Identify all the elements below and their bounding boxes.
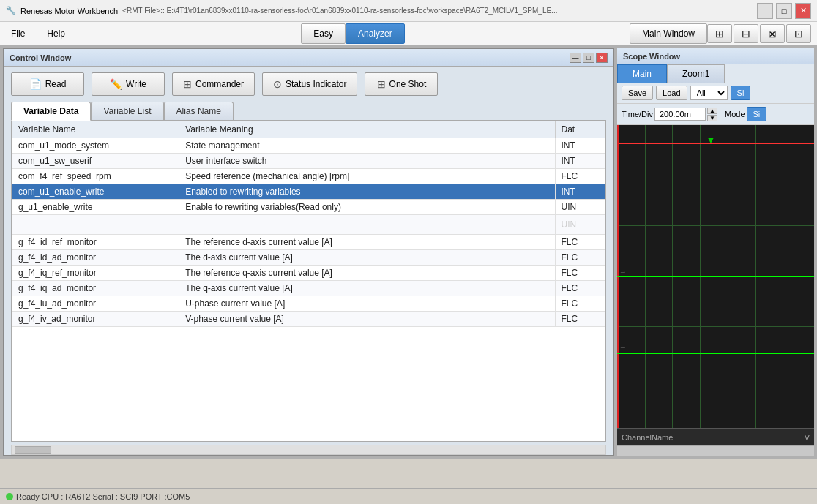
cell-varmeaning: The reference d-axis current value [A]	[179, 235, 555, 250]
col-header-varmeaning: Variable Meaning	[179, 121, 555, 138]
cell-dat: INT	[555, 154, 605, 169]
one-shot-icon: ⊞	[377, 78, 386, 90]
wc-maximize[interactable]: □	[583, 53, 594, 63]
scope-toolbar: Save Load All Ch1 Ch2 Ch3 Ch4 Si	[617, 83, 814, 104]
status-indicator-light	[6, 493, 13, 500]
signal-line-2	[617, 353, 814, 354]
grid-h-1	[617, 176, 814, 176]
cell-dat: INT	[555, 138, 605, 154]
scope-filter-select[interactable]: All Ch1 Ch2 Ch3 Ch4	[690, 86, 728, 100]
wc-minimize[interactable]: —	[570, 53, 581, 63]
read-button[interactable]: 📄 Read	[11, 72, 84, 96]
layout-btn-2[interactable]: ⊟	[734, 24, 758, 43]
cell-varmeaning: The q-axis current value [A]	[179, 281, 555, 296]
left-marker-1: →	[619, 268, 627, 276]
cell-varmeaning: State management	[179, 138, 555, 154]
cell-varname: g_f4_id_ref_monitor	[12, 235, 179, 250]
table-row[interactable]: com_u1_sw_userifUser interface switchINT	[12, 154, 605, 169]
scope-signal-button[interactable]: Si	[731, 86, 751, 100]
cell-varname: g_f4_iq_ad_monitor	[12, 281, 179, 296]
grid-h-5	[617, 377, 814, 377]
cell-dat: FLC	[555, 235, 605, 250]
app-icon: 🔧	[6, 6, 16, 15]
tab-bar: Variable Data Variable List Alias Name	[4, 102, 613, 120]
write-button[interactable]: ✏️ Write	[92, 72, 165, 96]
write-label: Write	[126, 79, 146, 89]
control-window-titlebar: Control Window — □ ✕	[4, 49, 613, 67]
cell-dat: FLC	[555, 312, 605, 327]
read-label: Read	[45, 79, 67, 89]
commander-button[interactable]: ⊞ Commander	[172, 72, 255, 96]
minimize-button[interactable]: —	[757, 3, 773, 19]
cell-dat: FLC	[555, 250, 605, 266]
table-row[interactable]: g_u1_enable_writeEnable to rewriting var…	[12, 200, 605, 215]
scope-tabs: Main Zoom1	[617, 64, 814, 83]
layout-btn-1[interactable]: ⊞	[707, 24, 732, 43]
status-indicator-button[interactable]: ⊙ Status Indicator	[262, 72, 357, 96]
table-row[interactable]: UIN	[12, 215, 605, 235]
titlebar-controls: — □ ✕	[757, 3, 811, 19]
scope-save-button[interactable]: Save	[622, 86, 653, 100]
wc-close[interactable]: ✕	[596, 53, 608, 63]
maximize-button[interactable]: □	[776, 3, 792, 19]
menu-help[interactable]: Help	[36, 22, 76, 45]
status-bar: Ready CPU : RA6T2 Serial : SCI9 PORT :CO…	[0, 488, 817, 504]
cell-varname	[12, 215, 179, 235]
left-marker-2: →	[619, 343, 627, 351]
data-table: Variable Name Variable Meaning Dat com_u…	[12, 121, 605, 327]
cell-dat: UIN	[555, 200, 605, 215]
cell-varname: com_f4_ref_speed_rpm	[12, 169, 179, 184]
tab-variable-data[interactable]: Variable Data	[11, 102, 91, 121]
tab-alias-name[interactable]: Alias Name	[164, 102, 234, 120]
commander-label: Commander	[195, 79, 244, 89]
cell-varmeaning: V-phase current value [A]	[179, 312, 555, 327]
scope-horizontal-scrollbar[interactable]	[617, 445, 814, 456]
timediv-down[interactable]: ▼	[707, 115, 717, 121]
cell-varmeaning: Enabled to rewriting variables	[179, 184, 555, 200]
write-icon: ✏️	[110, 78, 122, 90]
close-button[interactable]: ✕	[795, 3, 811, 19]
layout-btn-4[interactable]: ⊡	[786, 24, 811, 43]
scope-tab-main[interactable]: Main	[617, 64, 667, 83]
table-row[interactable]: g_f4_iv_ad_monitorV-phase current value …	[12, 312, 605, 327]
cell-dat: FLC	[555, 169, 605, 184]
cell-varmeaning: U-phase current value [A]	[179, 296, 555, 312]
channel-name-label: ChannelName	[622, 433, 673, 442]
horizontal-scrollbar[interactable]	[11, 445, 606, 455]
control-buttons-row: 📄 Read ✏️ Write ⊞ Commander ⊙ Status Ind…	[4, 67, 613, 102]
easy-button[interactable]: Easy	[301, 23, 346, 44]
cell-dat: FLC	[555, 281, 605, 296]
col-header-dat: Dat	[555, 121, 605, 138]
table-row[interactable]: g_f4_id_ref_monitorThe reference d-axis …	[12, 235, 605, 250]
timediv-up[interactable]: ▲	[707, 108, 717, 114]
layout-btn-3[interactable]: ⊠	[760, 24, 785, 43]
one-shot-button[interactable]: ⊞ One Shot	[365, 72, 438, 96]
scrollbar-thumb[interactable]	[15, 446, 51, 454]
scope-tab-zoom1[interactable]: Zoom1	[667, 64, 725, 83]
cell-varname: g_f4_id_ad_monitor	[12, 250, 179, 266]
table-row[interactable]: g_f4_id_ad_monitorThe d-axis current val…	[12, 250, 605, 266]
scope-load-button[interactable]: Load	[656, 86, 687, 100]
mode-value-button[interactable]: Si	[747, 107, 767, 121]
tab-variable-list[interactable]: Variable List	[91, 102, 163, 120]
table-row[interactable]: com_u1_enable_writeEnabled to rewriting …	[12, 184, 605, 200]
window-controls: — □ ✕	[570, 53, 608, 63]
analyzer-button[interactable]: Analyzer	[346, 23, 405, 44]
cell-varname: com_u1_enable_write	[12, 184, 179, 200]
main-window-button[interactable]: Main Window	[630, 23, 707, 44]
table-row[interactable]: com_u1_mode_systemState managementINT	[12, 138, 605, 154]
status-icon: ⊙	[273, 78, 282, 90]
table-container: Variable Name Variable Meaning Dat com_u…	[11, 120, 606, 442]
table-row[interactable]: g_f4_iu_ad_monitorU-phase current value …	[12, 296, 605, 312]
table-row[interactable]: g_f4_iq_ad_monitorThe q-axis current val…	[12, 281, 605, 296]
cell-dat: FLC	[555, 296, 605, 312]
timediv-label: Time/Div	[622, 110, 653, 119]
menu-file[interactable]: File	[0, 22, 36, 45]
grid-h-4	[617, 326, 814, 327]
table-row[interactable]: com_f4_ref_speed_rpmSpeed reference (mec…	[12, 169, 605, 184]
cell-varname: com_u1_mode_system	[12, 138, 179, 154]
titlebar: 🔧 Renesas Motor Workbench <RMT File>:: E…	[0, 0, 817, 22]
cell-dat: UIN	[555, 215, 605, 235]
table-row[interactable]: g_f4_iq_ref_monitorThe reference q-axis …	[12, 266, 605, 281]
cell-varmeaning: Enable to rewriting variables(Read only)	[179, 200, 555, 215]
